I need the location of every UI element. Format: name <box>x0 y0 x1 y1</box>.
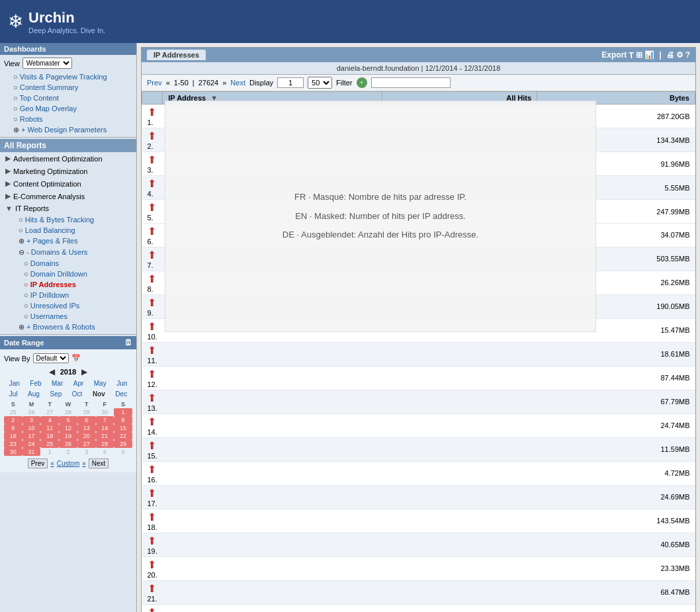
cal-day[interactable]: 28 <box>59 408 77 416</box>
cal-day[interactable]: 5 <box>114 448 132 456</box>
cal-day[interactable]: 31 <box>22 448 41 456</box>
sidebar-item-advertisement[interactable]: ▶ Advertisement Optimization <box>0 152 136 165</box>
cal-day[interactable]: 1 <box>40 448 59 456</box>
drilldown-icon[interactable]: ⬆ <box>148 440 156 451</box>
panel-tab[interactable]: IP Addresses <box>147 50 206 60</box>
drilldown-icon[interactable]: ⬆ <box>148 249 156 261</box>
sidebar-item-web-design[interactable]: ⊕ + Web Design Parameters <box>0 124 136 136</box>
cal-day[interactable]: 17 <box>22 432 41 440</box>
nav-prev[interactable]: Prev <box>147 79 162 87</box>
cal-month-feb[interactable]: Feb <box>28 379 43 388</box>
cal-bottom-next[interactable]: Next <box>89 459 109 468</box>
cal-day[interactable]: 11 <box>40 424 59 432</box>
sidebar-item-content-opt[interactable]: ▶ Content Optimization <box>0 177 136 190</box>
sidebar-item-domain-drilldown[interactable]: ○ Domain Drilldown <box>0 269 136 279</box>
cal-day[interactable]: 26 <box>59 440 77 448</box>
drilldown-icon[interactable]: ⬆ <box>148 178 156 189</box>
display-value-input[interactable]: 1 <box>277 77 304 88</box>
cal-day[interactable]: 24 <box>22 440 41 448</box>
cal-day[interactable]: 30 <box>96 408 114 416</box>
cal-day[interactable]: 21 <box>96 432 114 440</box>
sidebar-item-domains-users[interactable]: ⊖ - Domains & Users <box>0 247 136 258</box>
drilldown-icon[interactable]: ⬆ <box>148 369 156 380</box>
drilldown-icon[interactable]: ⬆ <box>148 583 156 594</box>
filter-button[interactable]: + <box>357 77 367 88</box>
cal-month-nov[interactable]: Nov <box>91 390 107 398</box>
cal-next-button[interactable]: ▶ <box>81 367 87 376</box>
sidebar-item-hits-bytes[interactable]: ○ Hits & Bytes Tracking <box>0 214 136 225</box>
cal-day[interactable]: 2 <box>4 416 22 424</box>
cal-month-dec[interactable]: Dec <box>113 390 129 398</box>
cal-day[interactable]: 4 <box>40 416 59 424</box>
cal-day[interactable]: 27 <box>77 440 96 448</box>
sidebar-item-ecommerce[interactable]: ▶ E-Commerce Analysis <box>0 190 136 202</box>
drilldown-icon[interactable]: ⬆ <box>148 130 156 142</box>
cal-day[interactable]: 13 <box>77 424 96 432</box>
cal-day[interactable]: 1 <box>114 408 132 416</box>
sidebar-item-visits[interactable]: ○ Visits & Pageview Tracking <box>0 71 136 82</box>
drilldown-icon[interactable]: ⬆ <box>148 345 156 356</box>
cal-month-aug[interactable]: Aug <box>26 390 42 398</box>
cal-day[interactable]: 22 <box>114 432 132 440</box>
sidebar-item-unresolved-ips[interactable]: ○ Unresolved IPs <box>0 300 136 311</box>
cal-day[interactable]: 27 <box>40 408 59 416</box>
cal-day[interactable]: 6 <box>77 416 96 424</box>
cal-month-sep[interactable]: Sep <box>48 390 64 398</box>
drilldown-icon[interactable]: ⬆ <box>148 321 156 332</box>
cal-day[interactable]: 20 <box>77 432 96 440</box>
drilldown-icon[interactable]: ⬆ <box>148 464 156 475</box>
cal-month-jul[interactable]: Jul <box>7 390 20 398</box>
sidebar-item-pages-files[interactable]: ⊕ + Pages & Files <box>0 236 136 247</box>
per-page-select[interactable]: 50 <box>308 77 332 89</box>
settings-icon[interactable]: ⚙ <box>676 50 683 60</box>
drilldown-icon[interactable]: ⬆ <box>148 511 156 523</box>
help-icon[interactable]: ? <box>685 50 690 60</box>
cal-day[interactable]: 3 <box>77 448 96 456</box>
cal-day[interactable]: 25 <box>40 440 59 448</box>
cal-day[interactable]: 2 <box>59 448 77 456</box>
drilldown-icon[interactable]: ⬆ <box>148 226 156 237</box>
cal-day[interactable]: 23 <box>4 440 22 448</box>
cal-day[interactable]: 14 <box>96 424 114 432</box>
drilldown-icon[interactable]: ⬆ <box>148 488 156 499</box>
view-select[interactable]: Webmaster <box>22 58 72 69</box>
cal-day[interactable]: 29 <box>77 408 96 416</box>
sidebar-item-ip-drilldown[interactable]: ○ IP Drilldown <box>0 290 136 300</box>
filter-input[interactable] <box>371 77 451 88</box>
view-by-select[interactable]: Default <box>33 353 69 363</box>
drilldown-icon[interactable]: ⬆ <box>148 297 156 308</box>
cal-day[interactable]: 18 <box>40 432 59 440</box>
cal-day[interactable]: 29 <box>114 440 132 448</box>
cal-day[interactable]: 10 <box>22 424 41 432</box>
cal-day[interactable]: 26 <box>22 408 41 416</box>
cal-month-oct[interactable]: Oct <box>70 390 85 398</box>
sidebar-item-it-reports[interactable]: ▼ IT Reports <box>0 202 136 214</box>
cal-custom-link[interactable]: Custom <box>57 460 79 467</box>
drilldown-icon[interactable]: ⬆ <box>148 107 156 118</box>
sidebar-item-domains[interactable]: ○ Domains <box>0 258 136 269</box>
cal-day[interactable]: 7 <box>96 416 114 424</box>
cal-month-jan[interactable]: Jan <box>7 379 22 388</box>
sidebar-item-usernames[interactable]: ○ Usernames <box>0 311 136 322</box>
cal-month-may[interactable]: May <box>92 379 109 388</box>
cal-day[interactable]: 9 <box>4 424 22 432</box>
cal-day[interactable]: 16 <box>4 432 22 440</box>
cal-day[interactable]: 15 <box>114 424 132 432</box>
cal-bottom-prev[interactable]: Prev <box>28 459 48 468</box>
cal-prev-button[interactable]: ◀ <box>49 367 55 376</box>
cal-day[interactable]: 4 <box>96 448 114 456</box>
drilldown-icon[interactable]: ⬆ <box>148 607 156 613</box>
sidebar-item-content-summary[interactable]: ○ Content Summary <box>0 82 136 93</box>
dashboards-section[interactable]: Dashboards <box>0 43 136 55</box>
drilldown-icon[interactable]: ⬆ <box>148 154 156 165</box>
cal-month-apr[interactable]: Apr <box>71 379 86 388</box>
cal-month-mar[interactable]: Mar <box>50 379 65 388</box>
export-text-icon[interactable]: T <box>629 50 634 60</box>
calendar-icon2[interactable]: 📅 <box>71 354 81 363</box>
sidebar-item-geo-map[interactable]: ○ Geo Map Overlay <box>0 103 136 114</box>
sidebar-item-browsers-robots[interactable]: ⊕ + Browsers & Robots <box>0 322 136 333</box>
sidebar-item-marketing[interactable]: ▶ Marketing Optimization <box>0 165 136 177</box>
sidebar-item-load-balancing[interactable]: ○ Load Balancing <box>0 225 136 236</box>
cal-day[interactable]: 8 <box>114 416 132 424</box>
export-graph-icon[interactable]: 📊 <box>644 50 654 60</box>
